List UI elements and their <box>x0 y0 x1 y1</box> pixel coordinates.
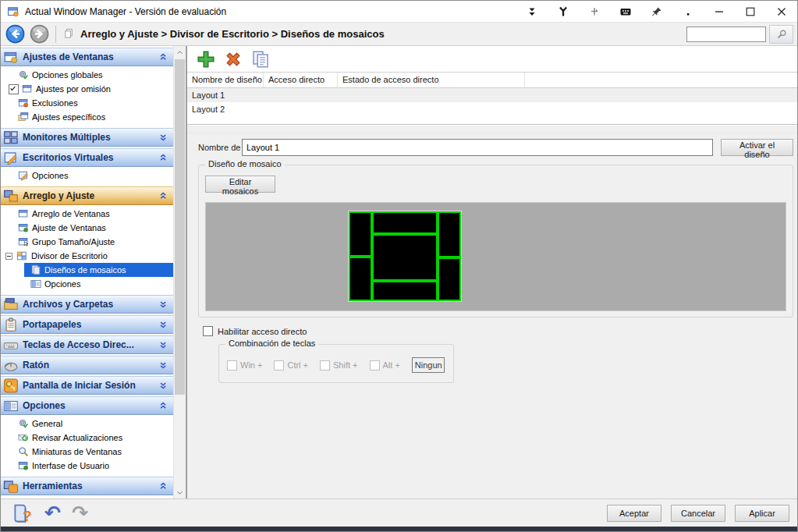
breadcrumb: Arreglo y Ajuste > Divisor de Escritorio… <box>80 28 385 40</box>
redo-button[interactable]: ↷ <box>72 502 88 525</box>
item-label: Arreglo de Ventanas <box>32 209 110 218</box>
chevron-double-down-icon[interactable] <box>158 299 169 310</box>
undo-button[interactable]: ↶ <box>44 502 61 525</box>
tools-icon <box>3 479 19 494</box>
table-row-layout-1[interactable]: Layout 1 <box>187 88 797 102</box>
sidebar-item-interfase-de-usuario[interactable]: Interfase de Usuario <box>1 459 173 473</box>
sidebar-section-portapapeles[interactable]: Portapapeles <box>1 315 173 334</box>
design-name-input[interactable] <box>242 139 713 156</box>
sidebar-item-ajustes-especificos[interactable]: Ajustes específicos <box>1 110 173 124</box>
delete-layout-button[interactable] <box>224 49 244 69</box>
sidebar-item-general[interactable]: General <box>1 417 173 431</box>
maximize-button[interactable] <box>735 1 766 22</box>
sidebar-section-ajustes-de-ventanas[interactable]: Ajustes de Ventanas <box>1 48 173 66</box>
scroll-up-icon[interactable] <box>174 46 186 59</box>
column-header-estado-de-acceso-directo[interactable]: Estado de acceso directo <box>338 73 525 87</box>
add-layout-button[interactable] <box>197 49 217 69</box>
sidebar-item-arreglo-de-ventanas[interactable]: Arreglo de Ventanas <box>1 207 173 221</box>
key-selector[interactable]: Ningun <box>412 357 445 373</box>
table-row-layout-2[interactable]: Layout 2 <box>187 102 797 116</box>
chevron-double-down-icon[interactable] <box>158 380 169 391</box>
back-button[interactable] <box>5 24 25 44</box>
chevron-double-down-icon[interactable] <box>158 132 169 143</box>
key-label: Ctrl + <box>287 360 308 370</box>
item-checkbox[interactable] <box>9 84 19 94</box>
sidebar-item-opciones[interactable]: Opciones <box>1 168 173 183</box>
item-label: Ajustes específicos <box>32 112 105 122</box>
section-label: Ajustes de Ventanas <box>23 51 158 62</box>
search-button[interactable] <box>769 25 793 44</box>
chevron-double-up-icon[interactable] <box>158 51 169 62</box>
keys-button[interactable] <box>610 1 641 22</box>
sidebar-item-grupo-tamano-ajuste[interactable]: Grupo Tamaño/Ajuste <box>1 235 173 249</box>
scroll-down-icon[interactable] <box>174 486 186 498</box>
sidebar-scrollbar[interactable] <box>173 46 186 498</box>
chevron-double-down-icon[interactable] <box>158 319 169 330</box>
sidebar-section-teclas-de-acceso-direc[interactable]: Teclas de Acceso Direc... <box>1 335 173 354</box>
forward-button[interactable] <box>30 24 49 44</box>
scrollbar-thumb[interactable] <box>175 59 185 395</box>
close-button[interactable] <box>766 1 797 22</box>
copy-layout-button[interactable] <box>251 49 271 69</box>
separator <box>55 26 56 43</box>
chevron-double-up-icon[interactable] <box>158 152 169 163</box>
horizontal-splitter[interactable] <box>187 124 797 133</box>
help-button[interactable]: ? <box>12 502 34 525</box>
minimize-button[interactable] <box>704 1 735 22</box>
main-panel: Nombre de diseñoAcceso directoEstado de … <box>186 46 797 498</box>
sidebar-item-disenos-de-mosaicos[interactable]: Diseños de mosaicos <box>24 263 173 277</box>
sidebar-section-raton[interactable]: Ratón <box>1 356 173 374</box>
section-label: Escritorios Virtuales <box>23 152 158 163</box>
section-label: Archivos y Carpetas <box>23 299 158 310</box>
wrench-button[interactable] <box>548 1 579 22</box>
undo-icon: ↶ <box>44 503 61 523</box>
sidebar-item-revisar-actualizaciones[interactable]: Revisar Actualizaciones <box>1 431 173 445</box>
chevron-double-up-icon[interactable] <box>158 481 169 491</box>
key-checkbox[interactable] <box>320 360 330 371</box>
window-cursor-icon <box>18 236 29 247</box>
sidebar-item-exclusiones[interactable]: Exclusiones <box>1 96 173 110</box>
sidebar-section-herramientas[interactable]: Herramientas <box>1 477 173 495</box>
key-label: Win + <box>240 360 262 370</box>
sidebar-section-monitores-multiples[interactable]: Monitores Múltiples <box>1 128 173 147</box>
chevron-double-down-icon[interactable] <box>158 339 169 350</box>
column-header-acceso-directo[interactable]: Acceso directo <box>264 73 338 87</box>
chevron-double-up-icon[interactable] <box>158 190 169 201</box>
edit-tiles-button[interactable]: Editar mosaicos <box>205 176 275 193</box>
item-label: Opciones <box>44 279 80 289</box>
aplicar-button[interactable]: Aplicar <box>735 505 789 522</box>
item-label: Exclusiones <box>32 98 78 108</box>
item-label: Revisar Actualizaciones <box>32 433 122 442</box>
sidebar-item-opciones-globales[interactable]: Opciones globales <box>1 68 173 82</box>
chevron-double-up-icon[interactable] <box>158 400 169 411</box>
column-header-filler <box>525 73 797 87</box>
key-checkbox[interactable] <box>370 360 380 371</box>
cancelar-button[interactable]: Cancelar <box>671 505 725 522</box>
sidebar-item-miniaturas-de-ventanas[interactable]: Miniaturas de Ventanas <box>1 445 173 459</box>
pin-button[interactable] <box>641 1 672 22</box>
sidebar-section-opciones[interactable]: Opciones <box>1 396 173 415</box>
rollup-button[interactable] <box>516 1 548 22</box>
item-label: Opciones globales <box>32 70 103 80</box>
key-checkbox[interactable] <box>274 360 284 371</box>
enable-shortcut-checkbox[interactable] <box>203 326 213 336</box>
sidebar-item-opciones[interactable]: Opciones <box>1 277 173 291</box>
tree-collapse-icon[interactable] <box>5 253 12 260</box>
section-label: Arreglo y Ajuste <box>23 190 158 201</box>
align-button[interactable] <box>579 1 610 22</box>
chevron-double-down-icon[interactable] <box>158 360 169 371</box>
sidebar-section-arreglo-y-ajuste[interactable]: Arreglo y Ajuste <box>1 186 173 205</box>
sidebar-item-divisor-de-escritorio[interactable]: Divisor de Escritorio <box>1 249 173 263</box>
aceptar-button[interactable]: Aceptar <box>607 505 661 522</box>
dot-button[interactable] <box>672 1 704 22</box>
sidebar-item-ajuste-de-ventanas[interactable]: Ajuste de Ventanas <box>1 221 173 235</box>
gear-check-icon <box>18 69 29 80</box>
sidebar-section-archivos-y-carpetas[interactable]: Archivos y Carpetas <box>1 295 173 314</box>
activate-design-button[interactable]: Activar el diseño <box>721 139 793 156</box>
sidebar-section-pantalla-de-iniciar-sesion[interactable]: Pantalla de Iniciar Sesión <box>1 376 173 395</box>
key-checkbox[interactable] <box>227 360 237 371</box>
sidebar-item-ajustes-por-omision[interactable]: Ajustes por omisión <box>1 82 173 96</box>
search-input[interactable] <box>686 27 766 42</box>
column-header-nombre-de-diseno[interactable]: Nombre de diseño <box>187 73 264 87</box>
sidebar-section-escritorios-virtuales[interactable]: Escritorios Virtuales <box>1 148 173 167</box>
